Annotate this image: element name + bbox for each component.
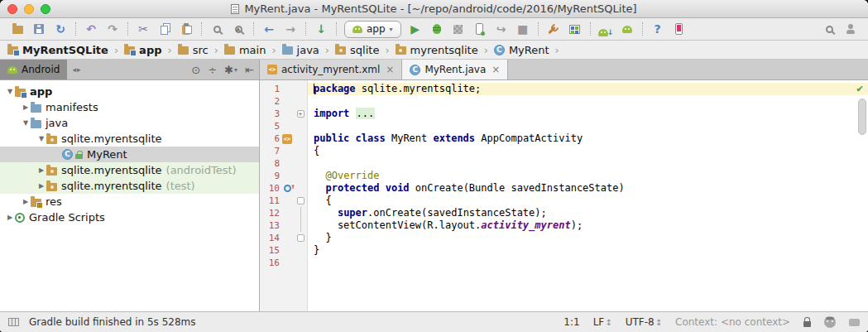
undo-button[interactable]: ↶ [81,20,101,38]
code-line[interactable]: } [308,232,868,244]
run-device-button[interactable] [470,20,490,38]
code-line[interactable]: @Override [308,170,868,182]
tree-expanded-arrow-icon[interactable]: ▼ [36,135,46,142]
code-line[interactable]: super.onCreate(savedInstanceState); [308,207,868,219]
coverage-button[interactable] [448,20,468,38]
tree-collapsed-arrow-icon[interactable]: ▶ [36,182,46,190]
close-window-button[interactable] [7,4,17,14]
search-button[interactable] [819,20,839,38]
tree-expanded-arrow-icon[interactable]: ▼ [5,88,15,95]
copy-button[interactable] [155,20,175,38]
breadcrumb-item[interactable]: myrentsqlite [395,44,479,56]
toolwindow-toggle-icon[interactable] [8,318,19,326]
tree-collapsed-arrow-icon[interactable]: ▶ [5,214,15,221]
encoding-selector[interactable]: UTF-8↕ [626,316,662,328]
tree-item[interactable]: ▼sqlite.myrentsqlite [0,131,259,147]
fold-expand-icon[interactable]: + [297,110,305,118]
code-editor[interactable]: 123+56<>78910111213141516 package sqlite… [260,80,868,311]
caret-position[interactable]: 1:1 [563,316,579,328]
tree-item[interactable]: ▶Gradle Scripts [0,209,259,225]
fold-cell[interactable] [295,232,306,244]
fold-marker-icon[interactable] [297,197,305,204]
navigate-icon[interactable]: ⊙ [191,64,200,76]
view-switch-arrows-icon[interactable]: ◂▸ [72,65,81,74]
connected-devices-button[interactable] [669,20,689,38]
tree-item[interactable]: CMyRent [0,147,259,162]
collapse-all-icon[interactable]: ÷ [208,64,217,76]
tree-item[interactable]: ▶manifests [0,99,259,115]
context-indicator[interactable]: Context: <no context> [675,316,790,328]
paste-button[interactable] [176,20,196,38]
sync-button[interactable]: ↻ [50,20,70,38]
cut-button[interactable]: ✂ [133,20,153,38]
editor-tab[interactable]: <>activity_myrent.xml× [260,60,402,79]
code-line[interactable]: { [308,195,868,207]
tree-collapsed-arrow-icon[interactable]: ▶ [36,166,46,174]
code-line[interactable] [308,257,868,269]
zoom-window-button[interactable] [41,4,50,14]
editor-code-area[interactable]: package sqlite.myrentsqlite; import ... … [308,80,868,311]
code-line[interactable] [308,95,868,108]
close-tab-icon[interactable]: × [386,64,394,75]
save-button[interactable] [29,20,49,38]
replace-button[interactable] [228,20,248,38]
run-configuration-selector[interactable]: app▾ [344,21,401,38]
redo-button[interactable]: ↷ [103,20,122,38]
fold-marker-icon[interactable] [297,234,305,242]
debug-button[interactable] [427,20,447,38]
code-line[interactable]: } [308,244,868,257]
tree-expanded-arrow-icon[interactable]: ▼ [21,119,31,127]
sdk-manager-button[interactable] [596,20,616,38]
breadcrumb-item[interactable]: src [177,44,209,56]
code-line[interactable]: setContentView(R.layout.activity_myrent)… [308,219,868,232]
breadcrumb-item[interactable]: MyRentSQLite [7,44,109,56]
xml-file-gutter-cell[interactable]: <> [280,134,295,144]
code-line[interactable]: { [308,145,868,157]
help-button[interactable]: ? [648,20,668,38]
code-line[interactable] [308,120,868,132]
sync-gradle-button[interactable] [544,20,563,38]
code-line[interactable]: package sqlite.myrentsqlite; [308,83,868,95]
tool-window-selector[interactable]: Android [0,60,67,79]
override-gutter-cell[interactable] [280,185,295,192]
tree-item[interactable]: ▼app [0,84,259,99]
breadcrumb-item[interactable]: CMyRent [493,44,550,56]
tree-item[interactable]: ▼java [0,115,259,131]
tree-item[interactable]: ▶sqlite.myrentsqlite(test) [0,178,259,194]
back-button[interactable]: ← [259,20,279,38]
breadcrumb-item[interactable]: main [223,44,266,56]
code-line[interactable]: import ... [308,108,868,120]
open-button[interactable] [7,20,27,38]
find-button[interactable] [207,20,227,38]
inspection-ok-check-icon[interactable]: ✔ [856,82,863,94]
close-tab-icon[interactable]: × [492,64,500,75]
code-line[interactable]: protected void onCreate(Bundle savedInst… [308,182,868,195]
fold-cell[interactable] [295,195,306,207]
fold-cell[interactable]: + [295,108,306,120]
breadcrumb-item[interactable]: java [281,44,320,56]
line-ending-selector[interactable]: LF↕ [593,316,612,328]
hide-panel-icon[interactable]: ⇤ [245,64,254,76]
stop-button[interactable]: ■ [513,20,533,38]
unlock-icon[interactable] [803,321,811,327]
vcs-update-button[interactable]: ↓ [311,20,331,38]
code-line[interactable]: public class MyRent extends AppCompatAct… [308,132,868,145]
user-button[interactable] [841,20,861,38]
breadcrumb-item[interactable]: sqlite [334,44,380,56]
inspections-profile-icon[interactable] [824,316,836,328]
editor-scrollbar-thumb[interactable] [858,99,866,135]
minimize-window-button[interactable] [24,4,34,14]
forward-button[interactable]: → [281,20,300,38]
tree-item[interactable]: ▶res [0,194,259,209]
settings-gear-icon[interactable]: ✱▾ [224,64,237,76]
code-line[interactable] [308,157,868,170]
tree-collapsed-arrow-icon[interactable]: ▶ [21,198,31,205]
attach-debugger-button[interactable]: ↪ [492,20,511,38]
editor-tab[interactable]: CMyRent.java× [402,60,508,79]
avd-manager-button[interactable] [565,20,585,38]
run-button[interactable]: ▶ [405,20,425,38]
tree-collapsed-arrow-icon[interactable]: ▶ [21,103,31,111]
tree-item[interactable]: ▶sqlite.myrentsqlite(androidTest) [0,162,259,178]
device-monitor-button[interactable] [617,20,637,38]
feedback-bubble-icon[interactable] [849,319,860,326]
